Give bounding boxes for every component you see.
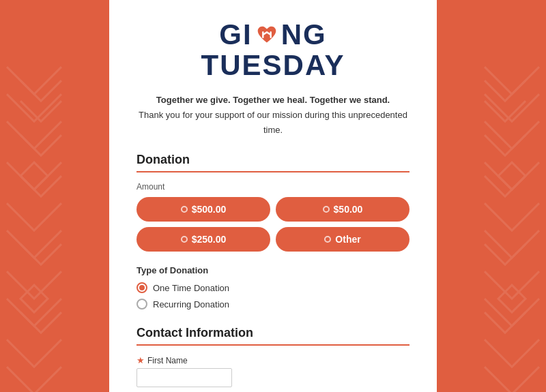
amount-500-radio	[181, 206, 188, 213]
tagline-line1: Together we give. Together we heal. Toge…	[136, 93, 410, 108]
amount-other-label: Other	[335, 234, 360, 245]
logo-title: GI NG	[136, 20, 410, 49]
contact-section-title: Contact Information	[136, 326, 410, 346]
recurring-radio	[136, 299, 147, 310]
one-time-label: One Time Donation	[153, 283, 229, 293]
donation-type-section: Type of Donation One Time Donation Recur…	[136, 265, 410, 310]
tagline: Together we give. Together we heal. Toge…	[136, 93, 410, 138]
amount-other-button[interactable]: Other	[276, 227, 410, 252]
logo-tuesday: TUESDAY	[136, 49, 410, 82]
main-card: GI NG TUESDAY Together we	[109, 0, 437, 392]
donation-section-title: Donation	[136, 153, 410, 172]
recurring-option[interactable]: Recurring Donation	[136, 299, 410, 310]
svg-marker-1	[20, 285, 48, 312]
amount-500-button[interactable]: $500.00	[136, 197, 270, 222]
first-name-required: ★	[136, 355, 145, 365]
logo-giving: GI NG	[219, 20, 326, 49]
contact-section: Contact Information ★ First Name ★ Last …	[136, 326, 410, 392]
tagline-line2: Thank you for your support of our missio…	[136, 108, 410, 138]
svg-marker-0	[20, 162, 48, 190]
amount-250-button[interactable]: $250.00	[136, 227, 270, 252]
amount-50-button[interactable]: $50.00	[276, 197, 410, 222]
donation-type-label: Type of Donation	[136, 265, 410, 275]
amount-50-radio	[323, 206, 330, 213]
first-name-input[interactable]	[136, 368, 232, 387]
one-time-option[interactable]: One Time Donation	[136, 282, 410, 293]
amount-other-radio	[324, 236, 331, 243]
amount-250-radio	[181, 236, 188, 243]
amount-grid: $500.00 $50.00 $250.00 Other	[136, 197, 410, 252]
amount-50-label: $50.00	[334, 204, 363, 215]
first-name-label: ★ First Name	[136, 355, 410, 365]
amount-500-label: $500.00	[192, 204, 227, 215]
recurring-label: Recurring Donation	[153, 299, 229, 310]
amount-label: Amount	[136, 182, 410, 192]
heart-icon	[254, 22, 280, 48]
svg-marker-2	[498, 162, 526, 190]
amount-250-label: $250.00	[192, 234, 227, 245]
one-time-radio	[136, 282, 147, 293]
first-name-field: ★ First Name	[136, 355, 410, 387]
svg-marker-3	[498, 285, 526, 312]
logo-area: GI NG TUESDAY	[136, 20, 410, 82]
